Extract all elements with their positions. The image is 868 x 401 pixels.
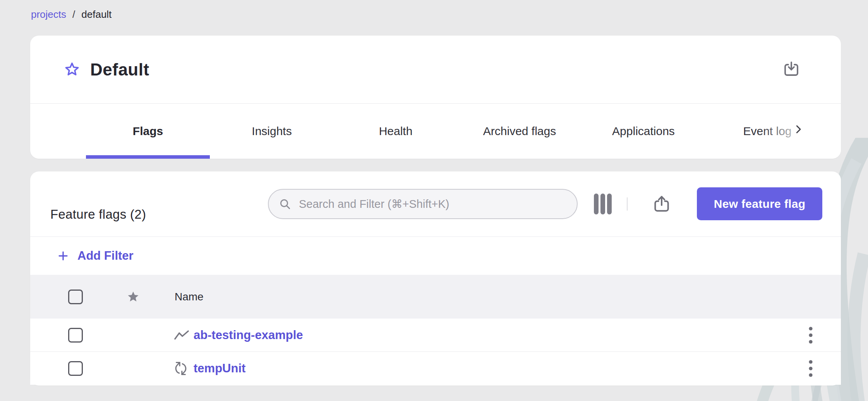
tab-insights[interactable]: Insights — [210, 104, 334, 159]
table-row: tempUnit — [30, 352, 841, 385]
feature-flags-card: Feature flags (2) New feature flag — [30, 171, 841, 386]
chevron-right-icon[interactable] — [790, 121, 807, 138]
flag-name-link[interactable]: ab-testing-example — [194, 328, 303, 342]
sync-icon — [174, 362, 187, 375]
tab-archived-flags-label: Archived flags — [483, 125, 556, 138]
breadcrumb-current-page: default — [81, 9, 112, 21]
tab-applications-label: Applications — [612, 125, 675, 138]
star-outline-icon[interactable] — [63, 61, 81, 79]
flags-toolbar: Feature flags (2) New feature flag — [30, 171, 841, 236]
select-all-checkbox[interactable] — [68, 290, 83, 304]
table-header-row: Name — [30, 275, 841, 319]
breadcrumb-projects-link[interactable]: projects — [31, 9, 66, 21]
row-checkbox[interactable] — [68, 361, 83, 376]
columns-icon[interactable] — [594, 194, 612, 214]
project-card-header: Default — [30, 36, 841, 103]
search-and-filter-box[interactable] — [268, 189, 578, 219]
tab-health-label: Health — [379, 125, 413, 138]
search-input[interactable] — [298, 197, 567, 211]
name-column-header: Name — [175, 291, 204, 303]
tab-applications[interactable]: Applications — [582, 104, 705, 159]
breadcrumb: projects / default — [31, 9, 112, 21]
project-tabs: Flags Insights Health Archived flags App… — [30, 104, 841, 159]
tab-flags-label: Flags — [133, 125, 163, 138]
star-filled-icon — [126, 290, 140, 304]
kebab-menu-icon[interactable] — [803, 358, 818, 379]
tab-insights-label: Insights — [252, 125, 292, 138]
share-icon[interactable] — [652, 194, 671, 214]
download-icon[interactable] — [782, 60, 801, 79]
breadcrumb-separator: / — [72, 9, 75, 21]
flag-name-link[interactable]: tempUnit — [194, 362, 245, 375]
table-row: ab-testing-example — [30, 319, 841, 351]
tab-archived-flags[interactable]: Archived flags — [458, 104, 582, 159]
add-filter-label: Add Filter — [77, 249, 134, 263]
trend-line-icon — [174, 330, 189, 340]
filter-row: Add Filter — [30, 237, 841, 275]
flags-count-heading: Feature flags (2) — [50, 207, 146, 222]
project-card: Default Flags Insights Health Archived f… — [30, 36, 841, 159]
active-tab-indicator — [86, 155, 210, 159]
add-filter-button[interactable]: Add Filter — [57, 249, 134, 263]
tab-health[interactable]: Health — [334, 104, 458, 159]
new-feature-flag-button[interactable]: New feature flag — [697, 187, 822, 220]
kebab-menu-icon[interactable] — [803, 324, 818, 346]
search-icon — [279, 198, 291, 210]
plus-icon — [57, 250, 69, 262]
row-checkbox[interactable] — [68, 328, 83, 343]
page-title: Default — [90, 60, 149, 79]
toolbar-divider — [627, 197, 628, 211]
tab-flags[interactable]: Flags — [86, 104, 210, 159]
